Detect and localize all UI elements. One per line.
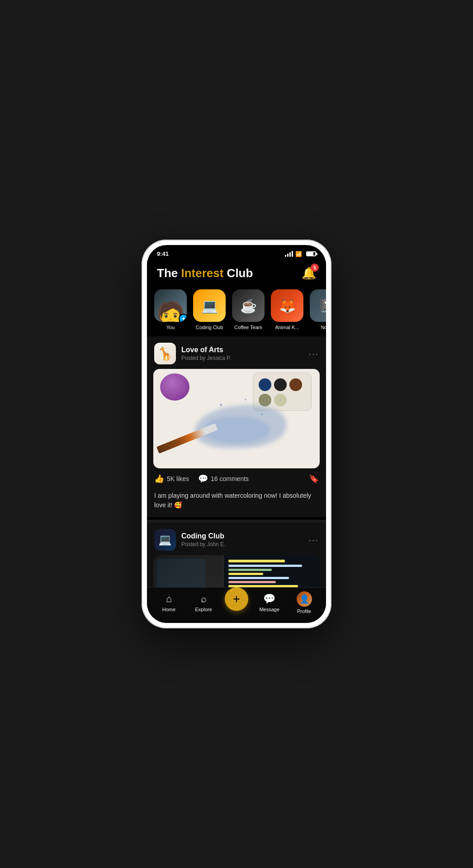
title-highlight: Interest [181, 266, 223, 280]
post-coding-header: 💻 Coding Club Posted by John E. ··· [147, 523, 326, 555]
nav-profile-label: Profile [297, 609, 311, 614]
story-animal-avatar: 🦊 [271, 289, 303, 322]
add-story-button[interactable]: + [179, 314, 187, 322]
battery-icon [306, 251, 316, 256]
story-coffee-team[interactable]: ☕ Coffee Team [232, 289, 265, 330]
post-arts-avatar: 🦒 [154, 343, 176, 364]
nav-home-label: Home [162, 607, 175, 612]
post-arts-header: 🦒 Love of Arts Posted by Jessica P. ··· [147, 336, 326, 369]
post-love-of-arts: 🦒 Love of Arts Posted by Jessica P. ··· [147, 336, 326, 517]
nav-message-label: Message [259, 607, 279, 612]
comment-button[interactable]: 💬 16 comments [198, 474, 249, 484]
story-animal-label: Animal K... [275, 325, 299, 330]
story-coffee-label: Coffee Team [234, 325, 262, 330]
story-note[interactable]: 📓 Note [310, 289, 326, 330]
phone-screen: 9:41 📶 The Interest Club [147, 245, 326, 623]
bottom-nav: ⌂ Home ⌕ Explore + 💬 Message 👤 Profile [147, 587, 326, 623]
story-coding-club[interactable]: 💻 Coding Club [193, 289, 226, 330]
post-arts-caption: I am playing around with watercoloring n… [147, 489, 326, 517]
nav-profile-avatar: 👤 [297, 591, 312, 607]
post-coding-more-button[interactable]: ··· [308, 535, 319, 545]
scroll-content[interactable]: The Interest Club 🔔 5 🧑 + [147, 260, 326, 587]
message-icon: 💬 [263, 593, 275, 605]
header: The Interest Club 🔔 5 [147, 260, 326, 285]
notch [207, 245, 266, 258]
notification-bell[interactable]: 🔔 5 [302, 266, 316, 280]
story-note-avatar: 📓 [310, 289, 326, 322]
like-button[interactable]: 👍 5K likes [154, 474, 189, 484]
story-coding-avatar: 💻 [193, 289, 226, 322]
post-arts-actions: 👍 5K likes 💬 16 comments 🔖 [147, 468, 326, 489]
status-time: 9:41 [157, 250, 169, 257]
post-arts-author: Posted by Jessica P. [181, 355, 231, 361]
nav-message[interactable]: 💬 Message [256, 593, 283, 612]
story-note-label: Note [321, 325, 326, 330]
bookmark-button[interactable]: 🔖 [309, 474, 319, 484]
add-icon: + [233, 592, 240, 606]
nav-profile[interactable]: 👤 Profile [291, 591, 318, 614]
comment-icon: 💬 [198, 474, 208, 484]
post-arts-image [153, 369, 320, 468]
nav-explore[interactable]: ⌕ Explore [190, 593, 217, 612]
stories-row[interactable]: 🧑 + You 💻 Coding Club ☕ [147, 285, 326, 336]
story-you-label: You [166, 325, 175, 330]
post-coding-club-name: Coding Club [181, 532, 225, 540]
wifi-icon: 📶 [295, 251, 302, 257]
story-you-avatar: 🧑 + [154, 289, 187, 322]
phone-frame: 9:41 📶 The Interest Club [142, 240, 331, 628]
status-icons: 📶 [285, 251, 316, 257]
post-arts-more-button[interactable]: ··· [308, 349, 319, 359]
story-you[interactable]: 🧑 + You [154, 289, 187, 330]
title-prefix: The [157, 266, 181, 280]
title-suffix: Club [223, 266, 253, 280]
signal-icon [285, 251, 293, 257]
like-icon: 👍 [154, 474, 164, 484]
notification-badge: 5 [311, 264, 319, 272]
story-coding-label: Coding Club [196, 325, 223, 330]
post-arts-club-name: Love of Arts [181, 346, 231, 354]
story-coffee-avatar: ☕ [232, 289, 265, 322]
like-count: 5K likes [167, 475, 189, 482]
home-icon: ⌂ [166, 593, 172, 605]
post-coding-avatar: 💻 [154, 529, 176, 551]
story-animal[interactable]: 🦊 Animal K... [271, 289, 303, 330]
post-coding-author: Posted by John E. [181, 541, 225, 547]
explore-icon: ⌕ [201, 593, 207, 605]
app-title: The Interest Club [157, 266, 253, 280]
nav-add-button[interactable]: + [225, 587, 248, 611]
nav-explore-label: Explore [195, 607, 212, 612]
post-coding-club: 💻 Coding Club Posted by John E. ··· [147, 523, 326, 587]
comment-count: 16 comments [211, 475, 249, 482]
post-coding-image [153, 555, 320, 587]
nav-home[interactable]: ⌂ Home [155, 593, 182, 612]
